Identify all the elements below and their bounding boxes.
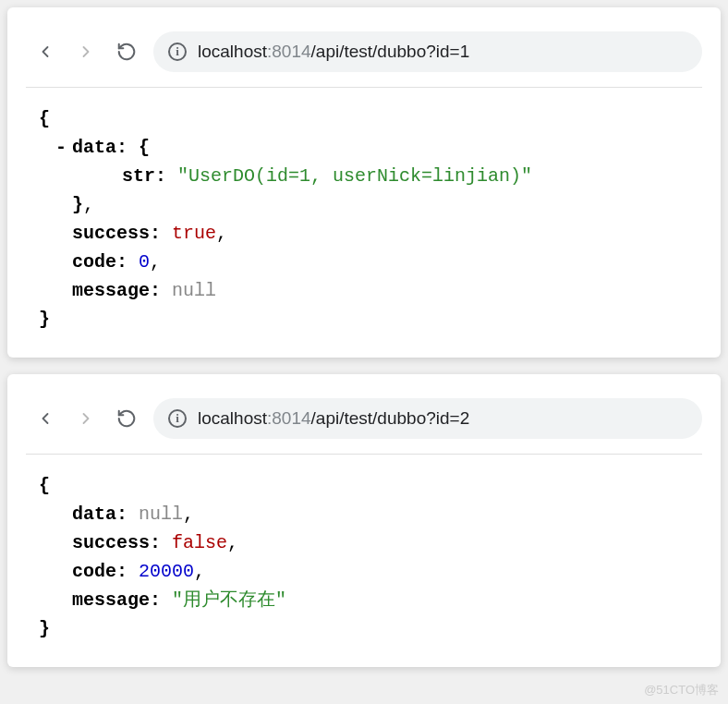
info-icon[interactable]: i [168, 42, 187, 61]
back-button[interactable] [35, 408, 55, 429]
json-close-brace: } [39, 305, 702, 334]
json-line: success: false, [39, 528, 702, 557]
json-response: { data: null, success: false, code: 2000… [26, 471, 702, 643]
watermark: @51CTO博客 [644, 682, 719, 691]
json-line: str: "UserDO(id=1, userNick=linjian)" [39, 162, 702, 190]
nav-buttons [35, 42, 137, 62]
json-close-brace: } [39, 614, 702, 643]
json-line: message: null [39, 276, 702, 305]
json-response: { -data: { str: "UserDO(id=1, userNick=l… [26, 104, 702, 334]
reload-button[interactable] [116, 408, 137, 429]
nav-buttons [35, 408, 137, 429]
info-icon[interactable]: i [168, 409, 187, 428]
browser-card-2: i localhost:8014/api/test/dubbo?id=2 { d… [7, 374, 721, 667]
toolbar: i localhost:8014/api/test/dubbo?id=1 [26, 24, 702, 88]
toolbar: i localhost:8014/api/test/dubbo?id=2 [26, 391, 702, 455]
json-line: code: 20000, [39, 557, 702, 586]
json-line: success: true, [39, 219, 702, 248]
json-line: -data: { [39, 133, 702, 162]
url-text: localhost:8014/api/test/dubbo?id=1 [198, 42, 469, 62]
json-line: message: "用户不存在" [39, 586, 702, 614]
back-button[interactable] [35, 42, 55, 62]
forward-button[interactable] [76, 42, 96, 62]
forward-button[interactable] [76, 408, 96, 429]
json-line: }, [39, 190, 702, 219]
json-open-brace: { [39, 471, 702, 500]
json-line: data: null, [39, 500, 702, 528]
address-bar[interactable]: i localhost:8014/api/test/dubbo?id=1 [153, 31, 702, 72]
browser-card-1: i localhost:8014/api/test/dubbo?id=1 { -… [7, 7, 721, 358]
url-text: localhost:8014/api/test/dubbo?id=2 [198, 408, 469, 429]
json-open-brace: { [39, 104, 702, 133]
json-line: code: 0, [39, 248, 702, 276]
address-bar[interactable]: i localhost:8014/api/test/dubbo?id=2 [153, 398, 702, 439]
reload-button[interactable] [116, 42, 137, 62]
collapse-toggle[interactable]: - [55, 133, 72, 162]
